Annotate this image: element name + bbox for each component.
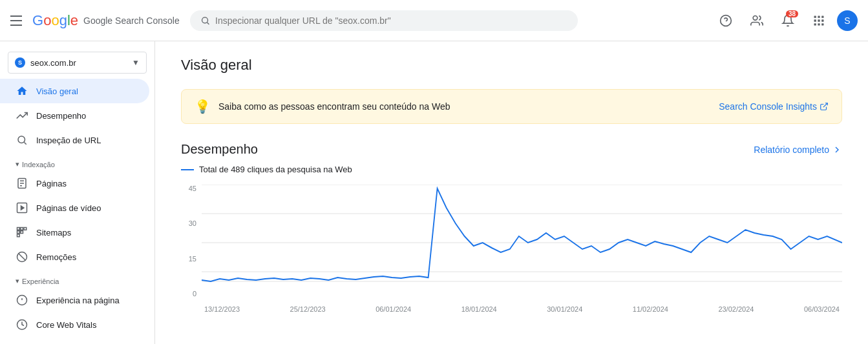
svg-rect-6 xyxy=(818,15,820,17)
bulb-icon: 💡 xyxy=(195,99,211,114)
notification-badge: 38 xyxy=(786,10,798,17)
chevron-down-icon: ▼ xyxy=(132,58,140,67)
trending-up-icon xyxy=(16,110,28,121)
section-experiencia: ▾ Experiência xyxy=(0,269,154,288)
svg-rect-9 xyxy=(818,19,820,21)
svg-point-0 xyxy=(202,17,207,23)
sidebar-item-paginas-video[interactable]: Páginas de vídeo xyxy=(0,196,149,220)
pages-icon xyxy=(16,177,28,189)
search-bar xyxy=(190,10,578,31)
insight-link-label: Search Console Insights xyxy=(719,101,817,112)
nav-label-core-web-vitals: Core Web Vitals xyxy=(36,320,96,330)
main-content: Visão geral 💡 Saiba como as pessoas enco… xyxy=(155,41,868,344)
svg-marker-21 xyxy=(21,206,25,210)
removals-icon xyxy=(16,251,28,263)
svg-rect-24 xyxy=(24,228,26,230)
section-arrow-icon-exp: ▾ xyxy=(16,277,19,285)
section-indexacao: ▾ Indexação xyxy=(0,152,154,171)
url-search-input[interactable] xyxy=(215,15,567,26)
svg-rect-22 xyxy=(17,228,20,230)
sidebar-item-sitemaps[interactable]: Sitemaps xyxy=(0,220,149,245)
report-link-label: Relatório completo xyxy=(754,145,829,155)
svg-rect-27 xyxy=(17,234,20,237)
svg-rect-13 xyxy=(821,23,823,25)
y-axis-labels: 45 30 15 0 xyxy=(181,185,196,313)
svg-rect-7 xyxy=(821,15,823,17)
svg-line-15 xyxy=(24,142,26,144)
help-icon xyxy=(719,14,732,27)
nav-label-visao-geral: Visão geral xyxy=(36,86,78,96)
svg-rect-25 xyxy=(17,231,20,234)
core-web-vitals-icon xyxy=(16,319,28,330)
x-axis-labels: 13/12/2023 25/12/2023 06/01/2024 18/01/2… xyxy=(202,305,842,313)
svg-rect-12 xyxy=(818,23,820,25)
chart-area: 13/12/2023 25/12/2023 06/01/2024 18/01/2… xyxy=(202,185,842,313)
main-layout: S seox.com.br ▼ Visão geral Desempenho I… xyxy=(0,41,868,344)
svg-rect-10 xyxy=(821,19,823,21)
nav-label-desempenho: Desempenho xyxy=(36,111,86,121)
site-favicon: S xyxy=(15,57,25,68)
external-link-icon xyxy=(820,102,829,111)
menu-button[interactable] xyxy=(10,15,22,26)
svg-point-4 xyxy=(753,15,757,20)
top-bar: Google Google Search Console xyxy=(0,0,868,41)
chart-wrapper: 45 30 15 0 13/12/2023 25/1 xyxy=(181,185,842,313)
users-icon xyxy=(750,14,763,27)
site-name: seox.com.br xyxy=(30,58,127,68)
insight-left: 💡 Saiba como as pessoas encontram seu co… xyxy=(195,99,450,114)
svg-point-14 xyxy=(18,136,25,143)
logo[interactable]: Google Google Search Console xyxy=(32,12,180,29)
nav-label-paginas: Páginas xyxy=(36,179,67,188)
chart-legend: Total de 489 cliques da pesquisa na Web xyxy=(181,165,842,174)
inspect-url-icon xyxy=(16,134,28,146)
site-selector[interactable]: S seox.com.br ▼ xyxy=(8,52,147,74)
apps-icon xyxy=(812,14,825,27)
sidebar-item-core-web-vitals[interactable]: Core Web Vitals xyxy=(0,312,149,337)
performance-header: Desempenho Relatório completo xyxy=(181,142,842,157)
svg-rect-5 xyxy=(814,15,816,17)
sidebar: S seox.com.br ▼ Visão geral Desempenho I… xyxy=(0,41,155,344)
performance-chart xyxy=(202,185,842,301)
help-button[interactable] xyxy=(713,8,739,34)
svg-rect-11 xyxy=(814,23,816,25)
search-console-insights-link[interactable]: Search Console Insights xyxy=(719,101,829,112)
legend-text: Total de 489 cliques da pesquisa na Web xyxy=(199,165,352,174)
nav-label-sitemaps: Sitemaps xyxy=(36,228,71,238)
svg-line-34 xyxy=(823,103,827,107)
nav-label-experiencia-pagina: Experiência na página xyxy=(36,296,120,305)
page-experience-icon xyxy=(16,294,28,306)
chevron-right-icon xyxy=(832,145,842,155)
video-pages-icon xyxy=(16,202,28,214)
insight-text: Saiba como as pessoas encontram seu cont… xyxy=(218,101,450,112)
svg-line-29 xyxy=(19,254,26,261)
svg-rect-26 xyxy=(21,231,23,234)
product-name: Google Search Console xyxy=(83,15,180,26)
sidebar-item-desempenho[interactable]: Desempenho xyxy=(0,103,149,128)
avatar[interactable]: S xyxy=(837,10,858,31)
home-icon xyxy=(16,85,28,97)
svg-line-1 xyxy=(207,22,209,24)
legend-line xyxy=(181,169,194,170)
sidebar-item-visao-geral[interactable]: Visão geral xyxy=(0,79,149,103)
sidebar-item-remocoes[interactable]: Remoções xyxy=(0,245,149,269)
sitemaps-icon xyxy=(16,227,28,238)
nav-label-paginas-video: Páginas de vídeo xyxy=(36,203,101,213)
search-icon xyxy=(200,15,210,26)
sidebar-item-inspecao[interactable]: Inspeção de URL xyxy=(0,128,149,152)
notifications-button[interactable]: 38 xyxy=(775,8,801,34)
nav-label-inspecao: Inspeção de URL xyxy=(36,136,101,145)
nav-label-remocoes: Remoções xyxy=(36,252,76,262)
apps-button[interactable] xyxy=(806,8,832,34)
sidebar-item-experiencia-pagina[interactable]: Experiência na página xyxy=(0,288,149,312)
svg-rect-8 xyxy=(814,19,816,21)
top-icons: 38 S xyxy=(713,8,858,34)
full-report-link[interactable]: Relatório completo xyxy=(754,145,842,155)
page-title: Visão geral xyxy=(181,57,842,74)
users-button[interactable] xyxy=(744,8,770,34)
sidebar-item-paginas[interactable]: Páginas xyxy=(0,171,149,196)
svg-rect-23 xyxy=(21,228,23,230)
insight-card: 💡 Saiba como as pessoas encontram seu co… xyxy=(181,89,842,124)
performance-title: Desempenho xyxy=(181,142,258,157)
section-arrow-icon: ▾ xyxy=(16,160,19,168)
